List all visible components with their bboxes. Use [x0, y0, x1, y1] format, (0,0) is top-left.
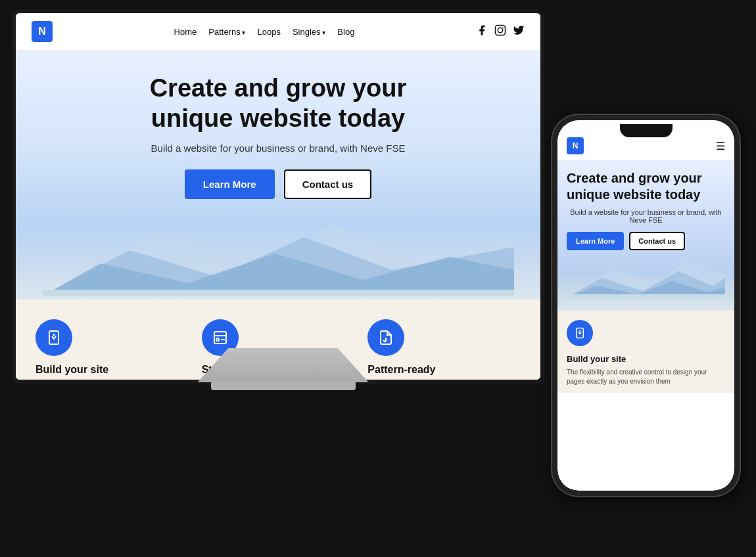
monitor: N Home Patterns Loops Singles Blog: [12, 9, 554, 416]
svg-rect-0: [495, 26, 505, 35]
facebook-icon[interactable]: [476, 24, 488, 39]
site-logo: N: [32, 21, 53, 42]
monitor-base: [211, 381, 356, 390]
nav-patterns[interactable]: Patterns: [208, 27, 245, 37]
svg-rect-9: [214, 332, 226, 344]
phone-learn-more-button[interactable]: Learn More: [567, 232, 624, 250]
contact-us-button[interactable]: Contact us: [284, 169, 372, 199]
instagram-icon[interactable]: [494, 24, 506, 39]
hero-section: Create and grow your unique website toda…: [16, 50, 540, 300]
phone-hero-headline: Create and grow your unique website toda…: [567, 170, 725, 203]
phone-logo: N: [567, 137, 584, 154]
phone-hero-buttons: Learn More Contact us: [567, 232, 725, 250]
phone-notch: [620, 124, 673, 137]
monitor-screen: N Home Patterns Loops Singles Blog: [12, 9, 544, 384]
build-icon-circle: [35, 319, 72, 356]
phone-screen: N ☰ Create and grow your unique website …: [557, 120, 734, 491]
feature-build-label: Build your site: [35, 364, 108, 376]
site-nav: N Home Patterns Loops Singles Blog: [16, 13, 540, 50]
phone: N ☰ Create and grow your unique website …: [552, 115, 740, 496]
phone-menu-icon[interactable]: ☰: [716, 140, 725, 152]
phone-build-icon: [567, 320, 593, 346]
phone-hero-subheadline: Build a website for your business or bra…: [567, 208, 725, 224]
phone-hero: Create and grow your unique website toda…: [557, 160, 734, 311]
svg-rect-14: [567, 294, 725, 298]
hero-buttons: Learn More Contact us: [42, 169, 514, 199]
svg-rect-6: [42, 290, 514, 296]
phone-mountains: [567, 258, 725, 298]
nav-blog[interactable]: Blog: [337, 27, 354, 37]
learn-more-button[interactable]: Learn More: [185, 169, 275, 199]
feature-pattern-label: Pattern-ready: [367, 364, 435, 376]
nav-links: Home Patterns Loops Singles Blog: [174, 27, 355, 37]
phone-features: Build your site The flexibility and crea…: [557, 311, 734, 393]
nav-home[interactable]: Home: [174, 27, 197, 37]
svg-point-10: [216, 338, 219, 341]
svg-point-2: [502, 27, 504, 28]
nav-loops[interactable]: Loops: [258, 27, 281, 37]
twitter-icon[interactable]: [513, 24, 525, 39]
phone-feature-build-title: Build your site: [567, 354, 725, 364]
hero-headline: Create and grow your unique website toda…: [42, 74, 514, 133]
hero-mountains: [42, 217, 514, 296]
svg-point-1: [498, 28, 503, 33]
social-icons: [476, 24, 525, 39]
svg-rect-7: [49, 331, 59, 344]
pattern-icon-circle: [367, 319, 404, 356]
phone-contact-us-button[interactable]: Contact us: [629, 232, 685, 250]
nav-singles[interactable]: Singles: [293, 27, 325, 37]
feature-pattern: Pattern-ready: [361, 319, 527, 376]
phone-feature-build: Build your site The flexibility and crea…: [567, 320, 725, 386]
feature-build: Build your site: [29, 319, 195, 376]
hero-subheadline: Build a website for your business or bra…: [42, 143, 514, 154]
svg-rect-15: [577, 328, 584, 338]
phone-feature-build-desc: The flexibility and creative control to …: [567, 368, 725, 386]
